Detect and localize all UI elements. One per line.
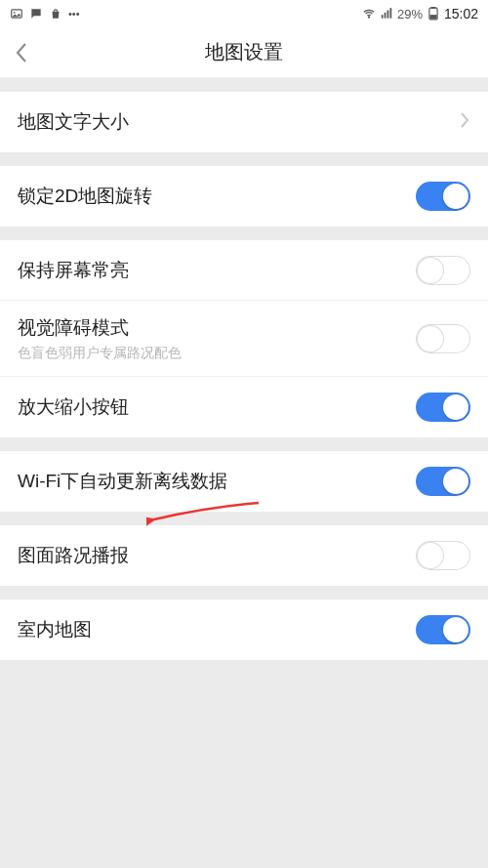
svg-rect-3 xyxy=(382,15,384,19)
indoor-label: 室内地图 xyxy=(18,617,416,642)
row-a11y: 视觉障碍模式 色盲色弱用户专属路况配色 xyxy=(0,301,488,377)
a11y-toggle[interactable] xyxy=(416,324,470,353)
status-right: 29% 15:02 xyxy=(362,6,478,21)
clock-text: 15:02 xyxy=(444,6,478,21)
wifi-icon xyxy=(362,7,376,21)
image-icon xyxy=(10,7,23,21)
bag-icon xyxy=(49,7,62,21)
header: 地图设置 xyxy=(0,27,488,78)
row-keep-screen: 保持屏幕常亮 xyxy=(0,240,488,301)
svg-rect-4 xyxy=(385,13,386,19)
group-traffic-tts: 图面路况播报 xyxy=(0,525,488,586)
a11y-sublabel: 色盲色弱用户专属路况配色 xyxy=(18,345,416,362)
group-wifi: Wi-Fi下自动更新离线数据 xyxy=(0,451,488,512)
svg-rect-6 xyxy=(389,8,391,19)
chevron-left-icon xyxy=(15,42,28,63)
battery-text: 29% xyxy=(397,7,423,21)
svg-rect-8 xyxy=(431,7,435,8)
traffic-tts-toggle[interactable] xyxy=(416,541,470,570)
group-lock-2d: 锁定2D地图旋转 xyxy=(0,166,488,227)
row-traffic-tts: 图面路况播报 xyxy=(0,525,488,586)
lock-2d-toggle[interactable] xyxy=(416,182,470,211)
a11y-label: 视觉障碍模式 xyxy=(18,315,416,341)
status-bar: ••• 29% 15:02 xyxy=(0,0,488,27)
wifi-update-label: Wi-Fi下自动更新离线数据 xyxy=(18,469,416,494)
svg-rect-5 xyxy=(387,11,389,19)
battery-icon xyxy=(427,7,440,21)
signal-icon xyxy=(380,7,393,21)
row-indoor: 室内地图 xyxy=(0,599,488,660)
row-text-size[interactable]: 地图文字大小 xyxy=(0,92,488,152)
svg-point-2 xyxy=(368,17,369,18)
row-zoom-btns: 放大缩小按钮 xyxy=(0,377,488,437)
more-dots: ••• xyxy=(68,8,80,20)
keep-screen-label: 保持屏幕常亮 xyxy=(18,258,416,283)
zoom-btns-label: 放大缩小按钮 xyxy=(18,394,416,420)
chevron-right-icon xyxy=(459,111,470,133)
zoom-btns-toggle[interactable] xyxy=(416,393,470,422)
group-display: 保持屏幕常亮 视觉障碍模式 色盲色弱用户专属路况配色 放大缩小按钮 xyxy=(0,240,488,437)
svg-point-1 xyxy=(14,12,16,14)
keep-screen-toggle[interactable] xyxy=(416,256,470,285)
lock-2d-label: 锁定2D地图旋转 xyxy=(18,184,416,209)
indoor-toggle[interactable] xyxy=(416,615,470,644)
chat-icon xyxy=(29,7,43,21)
row-wifi-update: Wi-Fi下自动更新离线数据 xyxy=(0,451,488,512)
group-indoor: 室内地图 xyxy=(0,599,488,660)
status-left: ••• xyxy=(10,7,80,21)
text-size-label: 地图文字大小 xyxy=(18,109,459,135)
row-lock-2d: 锁定2D地图旋转 xyxy=(0,166,488,227)
traffic-tts-label: 图面路况播报 xyxy=(18,543,416,568)
wifi-update-toggle[interactable] xyxy=(416,467,470,496)
back-button[interactable] xyxy=(0,31,43,74)
group-text-size: 地图文字大小 xyxy=(0,92,488,152)
page-title: 地图设置 xyxy=(0,39,488,65)
svg-rect-9 xyxy=(430,16,436,19)
